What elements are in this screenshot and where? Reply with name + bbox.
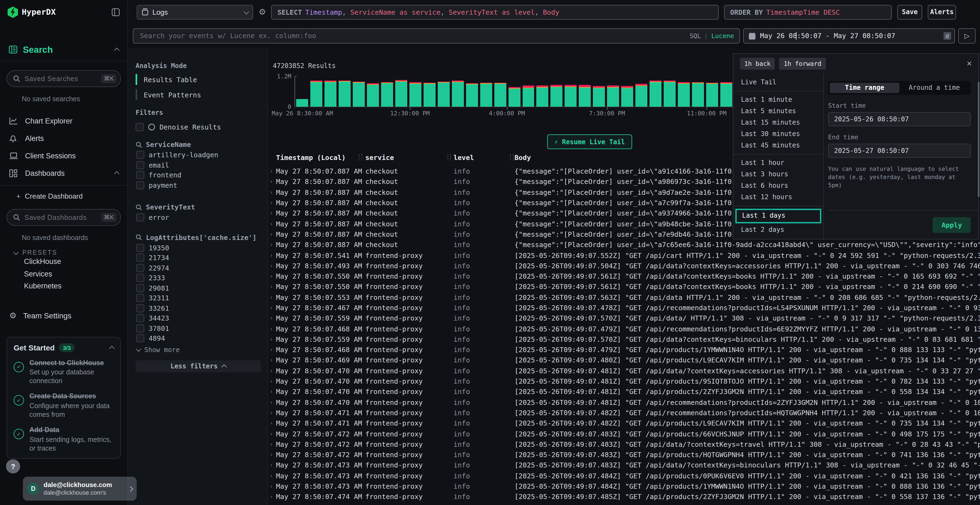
preset-dashboard-link[interactable]: ClickHouse — [0, 256, 127, 268]
row-expand-icon[interactable] — [269, 325, 276, 332]
table-row[interactable]: May 27 8:50:07.472 AM frontend-proxy inf… — [269, 439, 980, 449]
shift-back-button[interactable]: 1h back — [740, 58, 775, 70]
resume-live-tail-button[interactable]: ⚡ Resume Live Tail — [547, 134, 632, 149]
column-resize-handle[interactable] — [510, 154, 514, 160]
histogram-bar[interactable] — [438, 81, 449, 106]
row-expand-icon[interactable] — [269, 483, 276, 490]
time-preset-option[interactable]: Last 6 hours — [733, 180, 823, 192]
checkbox[interactable] — [136, 244, 144, 252]
filter-value[interactable]: 32311 — [135, 294, 261, 302]
histogram-bar[interactable] — [339, 80, 351, 106]
checkbox[interactable] — [136, 151, 144, 159]
help-button[interactable]: ? — [6, 459, 20, 473]
table-scrollbar[interactable] — [978, 82, 980, 197]
time-preset-option[interactable]: Last 5 minutes — [733, 106, 823, 117]
logo[interactable]: HyperDX — [0, 0, 127, 24]
table-row[interactable]: May 27 8:50:07.559 AM frontend-proxy inf… — [269, 313, 980, 324]
histogram-bar[interactable] — [494, 83, 506, 106]
checkbox[interactable] — [136, 214, 144, 222]
event-search-bar[interactable]: SQL | Lucene — [133, 28, 740, 43]
table-row[interactable]: May 27 8:50:07.550 AM frontend-proxy inf… — [269, 282, 980, 292]
histogram-bar[interactable] — [310, 81, 322, 106]
histogram-bar[interactable] — [720, 82, 732, 106]
row-expand-icon[interactable] — [269, 210, 276, 217]
checkbox[interactable] — [136, 254, 144, 262]
filter-value[interactable]: 34423 — [135, 314, 261, 322]
time-preset-option[interactable]: Last 30 minutes — [733, 129, 823, 140]
histogram-bar[interactable] — [409, 82, 422, 106]
table-row[interactable]: May 27 8:50:07.470 AM frontend-proxy inf… — [269, 386, 980, 397]
histogram-bar[interactable] — [607, 86, 619, 106]
filter-value[interactable]: 37801 — [135, 325, 261, 332]
histogram-bar[interactable] — [395, 80, 407, 106]
histogram-bar[interactable] — [325, 81, 336, 106]
histogram-bar[interactable] — [466, 83, 478, 106]
row-expand-icon[interactable] — [269, 315, 276, 322]
row-expand-icon[interactable] — [269, 189, 276, 195]
time-preset-live-tail[interactable]: Live Tail — [733, 77, 823, 88]
time-preset-option[interactable]: Last 12 hours — [733, 192, 823, 203]
shift-forward-button[interactable]: 1h forward — [780, 58, 826, 70]
row-expand-icon[interactable] — [269, 462, 276, 469]
row-expand-icon[interactable] — [269, 294, 276, 301]
less-filters-button[interactable]: Less filters — [135, 360, 261, 372]
col-level[interactable]: level — [453, 153, 514, 161]
presets-toggle[interactable]: PRESETS — [0, 249, 127, 256]
filter-value[interactable]: error — [135, 214, 261, 221]
row-expand-icon[interactable] — [269, 336, 276, 343]
order-by-input[interactable]: ORDER BY TimestampTime DESC — [724, 5, 892, 19]
row-expand-icon[interactable] — [269, 420, 276, 427]
histogram-bar[interactable] — [664, 81, 676, 106]
histogram-bar[interactable] — [423, 83, 435, 106]
analysis-mode-option[interactable]: Results Table — [135, 74, 261, 85]
row-expand-icon[interactable] — [269, 367, 276, 375]
row-expand-icon[interactable] — [269, 346, 276, 353]
time-preset-option[interactable]: Last 45 minutes — [733, 140, 823, 151]
histogram-bar[interactable] — [706, 83, 718, 106]
chevron-up-icon[interactable] — [109, 346, 115, 351]
chevron-up-icon[interactable] — [114, 48, 119, 53]
histogram-bar[interactable] — [565, 85, 577, 106]
checkbox[interactable] — [136, 181, 144, 189]
table-row[interactable]: May 27 8:50:07.470 AM frontend-proxy inf… — [269, 397, 980, 408]
source-select[interactable]: Logs — [137, 5, 253, 19]
time-preset-option[interactable]: Last 3 hours — [733, 169, 823, 180]
filter-group-servicename[interactable]: ServiceName — [135, 140, 261, 149]
row-expand-icon[interactable] — [269, 178, 276, 185]
checkbox[interactable] — [136, 324, 144, 332]
table-row[interactable]: May 27 8:50:07.470 AM frontend-proxy inf… — [269, 365, 980, 376]
table-row[interactable]: May 27 8:50:07.473 AM frontend-proxy inf… — [269, 481, 980, 492]
table-row[interactable]: May 27 8:50:07.473 AM frontend-proxy inf… — [269, 470, 980, 481]
show-more-toggle[interactable]: Show more — [135, 346, 261, 353]
sidebar-item-alerts[interactable]: Alerts — [0, 130, 127, 147]
chevron-up-icon[interactable] — [114, 171, 119, 176]
column-resize-handle[interactable] — [447, 154, 451, 160]
get-started-item[interactable]: ✓ Connect to ClickHouse Set up your data… — [14, 358, 114, 386]
table-row[interactable]: May 27 8:50:07.553 AM frontend-proxy inf… — [269, 292, 980, 303]
table-row[interactable]: May 27 8:50:07.474 AM frontend-proxy inf… — [269, 491, 980, 502]
filter-value[interactable]: 19350 — [135, 244, 261, 251]
row-expand-icon[interactable] — [269, 273, 276, 280]
filter-value[interactable]: 22974 — [135, 264, 261, 272]
analysis-mode-option[interactable]: Event Patterns — [135, 89, 261, 100]
get-started-item[interactable]: ✓ Add Data Start sending logs, metrics, … — [14, 426, 114, 453]
sidebar-collapse-icon[interactable] — [111, 8, 120, 16]
histogram-bar[interactable] — [296, 99, 308, 106]
filter-group-cache-size[interactable]: LogAttributes['cache.size'] — [135, 233, 261, 241]
get-started-item[interactable]: ✓ Create Data Sources Configure where yo… — [14, 392, 114, 419]
histogram-bar[interactable] — [381, 82, 393, 106]
sidebar-item-team-settings[interactable]: ⚙ Team Settings — [0, 310, 127, 320]
checkbox[interactable] — [136, 171, 144, 179]
filter-group-severitytext[interactable]: SeverityText — [135, 203, 261, 211]
table-row[interactable]: May 27 8:50:07.471 AM frontend-proxy inf… — [269, 418, 980, 429]
sidebar-item-chart-explorer[interactable]: Chart Explorer — [0, 112, 127, 130]
table-row[interactable]: May 27 8:50:07.550 AM frontend-proxy inf… — [269, 271, 980, 282]
language-toggle[interactable]: SQL | Lucene — [690, 32, 734, 40]
denoise-results-checkbox[interactable]: Denoise Results — [135, 123, 261, 131]
histogram-bar[interactable] — [593, 86, 605, 107]
table-row[interactable]: May 27 8:50:07.471 AM frontend-proxy inf… — [269, 408, 980, 418]
histogram-bar[interactable] — [551, 85, 563, 106]
table-row[interactable]: May 27 8:50:07.559 AM frontend-proxy inf… — [269, 334, 980, 345]
filter-value[interactable]: payment — [135, 181, 261, 189]
time-mode-tab[interactable]: Around a time — [899, 83, 969, 93]
